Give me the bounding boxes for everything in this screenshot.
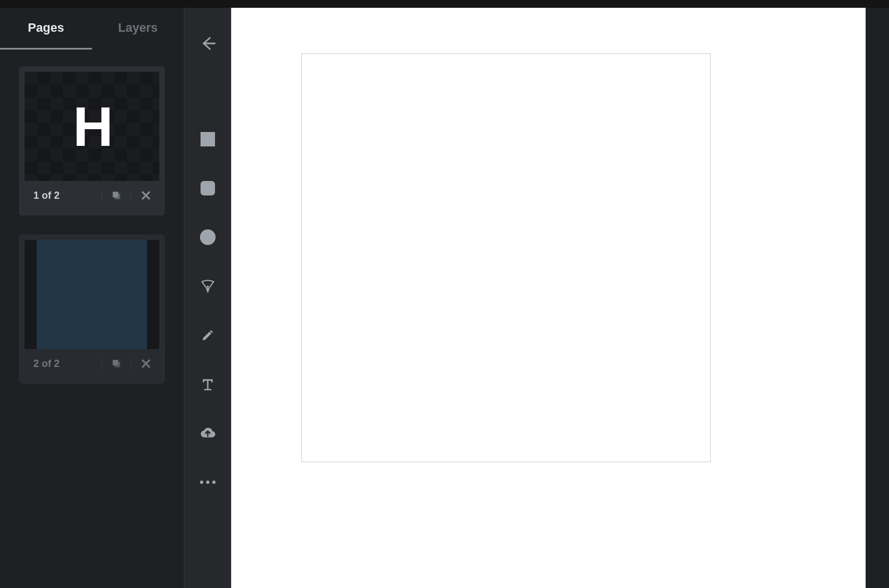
window-titlebar [0,0,889,8]
canvas-area[interactable] [231,8,866,588]
ellipsis-icon [200,481,216,484]
tab-pages[interactable]: Pages [0,8,92,50]
svg-point-4 [207,286,209,288]
app-root: Pages Layers H 1 of 2 [0,0,889,588]
main-area: Pages Layers H 1 of 2 [0,8,889,588]
pencil-icon [200,327,216,343]
text-tool[interactable] [199,375,217,393]
pencil-tool[interactable] [199,326,217,344]
delete-page-button[interactable] [138,188,154,203]
upload-tool[interactable] [199,424,217,442]
thumbnail-letter: H [73,99,111,154]
sidebar-panel: Pages Layers H 1 of 2 [0,8,185,588]
svg-rect-3 [115,362,120,367]
artboard[interactable] [301,53,711,462]
tab-layers[interactable]: Layers [92,8,184,50]
divider [131,357,131,370]
rounded-rectangle-tool[interactable] [199,179,217,197]
page-card[interactable]: H 1 of 2 [19,66,165,215]
divider [101,357,102,370]
thumbnail-fill [37,240,147,349]
right-panel-edge [866,8,889,588]
circle-icon [200,229,216,245]
close-icon [140,190,152,201]
duplicate-icon [111,190,122,201]
rounded-square-icon [201,181,215,195]
duplicate-icon [111,358,122,369]
back-button[interactable] [199,35,217,52]
square-icon [201,132,215,146]
page-card-toolbar: 1 of 2 [25,181,159,210]
text-icon [201,377,215,391]
duplicate-page-button[interactable] [109,356,124,371]
tab-label: Layers [118,21,158,35]
svg-rect-1 [115,194,120,199]
close-icon [140,358,152,369]
page-card-toolbar: 2 of 2 [25,349,159,378]
divider [131,189,131,202]
pen-tool[interactable] [199,277,217,295]
divider [101,189,102,202]
arrow-left-icon [199,35,216,52]
more-tool[interactable] [199,473,217,491]
page-card[interactable]: 2 of 2 [19,234,165,384]
duplicate-page-button[interactable] [109,188,124,203]
page-index-label: 1 of 2 [33,190,95,202]
pages-list: H 1 of 2 [0,50,184,588]
pen-nib-icon [200,278,216,294]
page-thumbnail[interactable]: H [25,72,159,181]
page-index-label: 2 of 2 [33,358,95,370]
rectangle-tool[interactable] [199,130,217,148]
delete-page-button[interactable] [138,356,154,371]
sidebar-tabs: Pages Layers [0,8,184,50]
cloud-upload-icon [199,425,216,442]
tool-strip [185,8,231,588]
tab-label: Pages [28,21,64,35]
page-thumbnail[interactable] [25,240,159,349]
ellipse-tool[interactable] [199,228,217,246]
